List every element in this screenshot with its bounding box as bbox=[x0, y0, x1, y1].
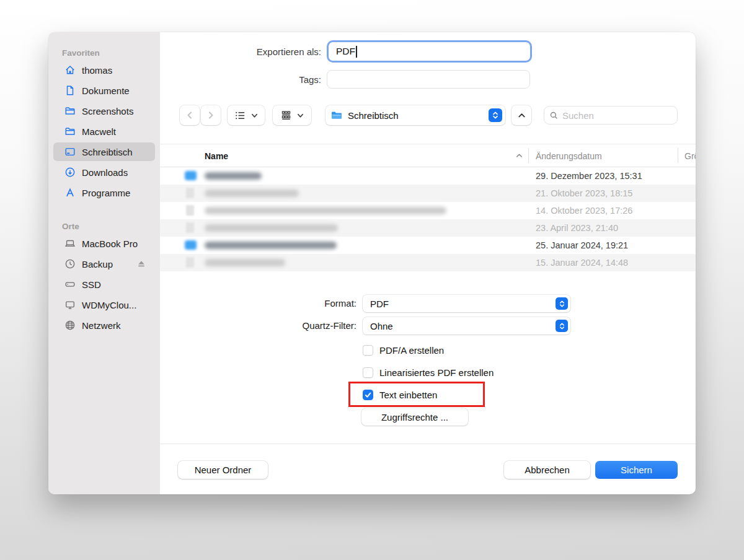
checkbox-label: Linearisiertes PDF erstellen bbox=[379, 367, 494, 378]
footer-divider bbox=[160, 444, 696, 444]
row-date: 23. April 2023, 21:40 bbox=[536, 223, 618, 233]
chevron-right-icon bbox=[206, 111, 215, 120]
file-table-header: Name Änderungsdatum Größe bbox=[160, 144, 696, 167]
sidebar-item-label: Macwelt bbox=[82, 126, 116, 137]
favorites-header: Favoriten bbox=[62, 48, 100, 58]
column-header-date[interactable]: Änderungsdatum bbox=[536, 151, 602, 161]
column-divider[interactable] bbox=[528, 148, 529, 163]
checkbox-label: Text einbetten bbox=[379, 390, 437, 400]
checkbox-checked-icon[interactable] bbox=[363, 390, 373, 400]
tags-input[interactable] bbox=[327, 70, 530, 89]
folder-blue-icon bbox=[185, 240, 197, 250]
chevron-up-icon bbox=[518, 112, 526, 120]
dialog-main: Exportieren als: PDF Tags: Schreibtisch bbox=[160, 32, 696, 494]
quartz-filter-value: Ohne bbox=[370, 321, 393, 331]
folder-blue-icon bbox=[185, 171, 197, 180]
format-select[interactable]: PDF bbox=[363, 295, 570, 312]
group-view-icon bbox=[280, 110, 292, 121]
redacted-filename bbox=[205, 224, 338, 232]
folder-icon bbox=[64, 125, 77, 138]
sidebar-item-label: Downloads bbox=[82, 167, 128, 178]
document-icon bbox=[186, 188, 194, 198]
export-save-dialog: Favoriten thomas Dokumente Screenshots M… bbox=[48, 32, 696, 494]
sidebar-item-macbook-pro[interactable]: MacBook Pro bbox=[53, 234, 155, 253]
format-label: Format: bbox=[232, 298, 356, 308]
chevron-left-icon bbox=[185, 111, 194, 120]
back-button[interactable] bbox=[180, 105, 200, 125]
search-input[interactable] bbox=[562, 110, 677, 121]
display-icon bbox=[64, 299, 77, 311]
permissions-button[interactable]: Zugriffsrechte ... bbox=[361, 408, 468, 426]
sidebar-item-wdmycloud[interactable]: WDMyClou... bbox=[53, 295, 155, 314]
location-dropdown[interactable]: Schreibtisch bbox=[326, 105, 505, 125]
group-view-button[interactable] bbox=[273, 105, 311, 125]
sidebar-item-label: Programme bbox=[82, 188, 130, 198]
redacted-filename bbox=[205, 259, 285, 266]
chevron-down-icon bbox=[251, 112, 258, 119]
chevron-down-icon bbox=[297, 112, 304, 119]
file-list: 29. Dezember 2023, 15:31 21. Oktober 202… bbox=[160, 167, 696, 271]
checkbox-unchecked-icon[interactable] bbox=[363, 345, 373, 356]
redacted-filename bbox=[205, 172, 262, 180]
row-date: 21. Oktober 2023, 18:15 bbox=[536, 188, 632, 198]
sidebar-item-programme[interactable]: Programme bbox=[53, 183, 155, 202]
table-row[interactable]: 29. Dezember 2023, 15:31 bbox=[160, 167, 696, 185]
sidebar-item-label: WDMyClou... bbox=[82, 300, 136, 310]
document-icon bbox=[186, 222, 194, 233]
sidebar-item-netzwerk[interactable]: Netzwerk bbox=[53, 316, 155, 335]
sidebar-item-label: MacBook Pro bbox=[82, 238, 138, 249]
row-date: 15. Januar 2024, 14:48 bbox=[536, 258, 628, 268]
folder-blue-icon bbox=[330, 109, 343, 121]
sidebar-item-thomas[interactable]: thomas bbox=[53, 61, 155, 79]
pdfa-checkbox-row[interactable]: PDF/A erstellen bbox=[363, 344, 444, 356]
sidebar-item-label: Netzwerk bbox=[82, 320, 121, 331]
list-view-icon bbox=[234, 110, 246, 121]
list-view-button[interactable] bbox=[228, 105, 265, 125]
search-icon bbox=[549, 111, 559, 120]
table-row: 15. Januar 2024, 14:48 bbox=[160, 254, 696, 271]
sidebar-item-backup[interactable]: Backup bbox=[53, 255, 155, 273]
folder-icon bbox=[64, 105, 77, 117]
eject-icon[interactable] bbox=[136, 259, 146, 269]
sidebar-item-label: Dokumente bbox=[82, 85, 130, 96]
time-machine-icon bbox=[64, 258, 77, 270]
laptop-icon bbox=[64, 237, 77, 250]
format-value: PDF bbox=[370, 299, 389, 309]
text-caret bbox=[356, 46, 357, 58]
stepper-icon bbox=[556, 320, 568, 332]
tags-label: Tags: bbox=[197, 74, 321, 85]
linearized-pdf-checkbox-row[interactable]: Linearisiertes PDF erstellen bbox=[363, 366, 494, 378]
globe-icon bbox=[64, 319, 77, 331]
embed-text-checkbox-row[interactable]: Text einbetten bbox=[363, 388, 437, 401]
sidebar-item-dokumente[interactable]: Dokumente bbox=[53, 81, 155, 100]
collapse-button[interactable] bbox=[512, 105, 531, 125]
save-button[interactable]: Sichern bbox=[595, 461, 678, 479]
table-row: 14. Oktober 2023, 17:26 bbox=[160, 202, 696, 219]
drive-icon bbox=[64, 278, 77, 291]
quartz-filter-select[interactable]: Ohne bbox=[363, 317, 570, 335]
table-row[interactable]: 25. Januar 2024, 19:21 bbox=[160, 237, 696, 254]
column-header-size[interactable]: Größe bbox=[684, 151, 696, 161]
sidebar-item-macwelt[interactable]: Macwelt bbox=[53, 122, 155, 141]
column-header-name[interactable]: Name bbox=[205, 151, 228, 161]
redacted-filename bbox=[205, 190, 299, 197]
sort-ascending-icon bbox=[516, 152, 523, 159]
filename-input[interactable]: PDF bbox=[327, 40, 532, 63]
sidebar-item-ssd[interactable]: SSD bbox=[53, 275, 155, 294]
search-field[interactable] bbox=[544, 106, 678, 125]
places-header: Orte bbox=[62, 222, 79, 231]
row-date: 29. Dezember 2023, 15:31 bbox=[536, 171, 642, 181]
sidebar: Favoriten thomas Dokumente Screenshots M… bbox=[48, 32, 160, 494]
cancel-button[interactable]: Abbrechen bbox=[504, 461, 590, 479]
table-row: 23. April 2023, 21:40 bbox=[160, 219, 696, 237]
filename-value: PDF bbox=[336, 46, 355, 57]
document-icon bbox=[64, 84, 77, 97]
checkbox-unchecked-icon[interactable] bbox=[363, 367, 373, 378]
desktop-icon bbox=[64, 146, 77, 158]
sidebar-item-schreibtisch[interactable]: Schreibtisch bbox=[53, 142, 155, 161]
sidebar-item-downloads[interactable]: Downloads bbox=[53, 163, 155, 182]
forward-button[interactable] bbox=[201, 105, 221, 125]
column-divider[interactable] bbox=[678, 148, 678, 163]
sidebar-item-screenshots[interactable]: Screenshots bbox=[53, 102, 155, 120]
new-folder-button[interactable]: Neuer Ordner bbox=[178, 461, 268, 479]
